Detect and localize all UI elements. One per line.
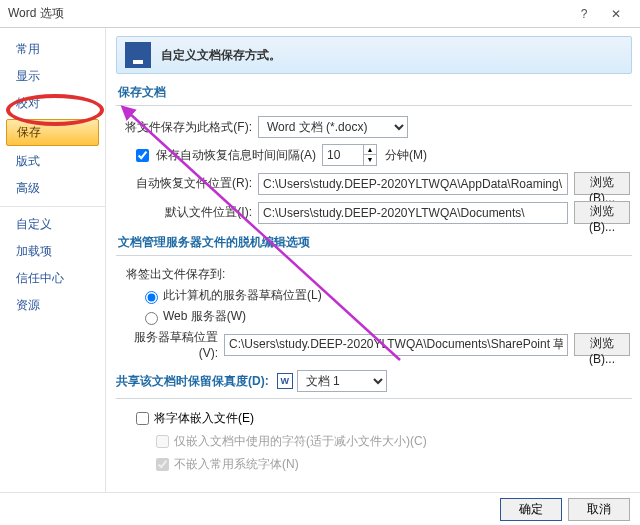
sidebar-item-save[interactable]: 保存 [6,119,99,146]
save-icon [125,42,151,68]
sidebar: 常用 显示 校对 保存 版式 高级 自定义 加载项 信任中心 资源 [0,28,106,492]
divider [116,105,632,106]
help-button[interactable]: ? [568,7,600,21]
sidebar-item-advanced[interactable]: 高级 [0,175,105,202]
spinner-up-icon[interactable]: ▲ [363,144,377,155]
draft-loc-input[interactable] [224,334,568,356]
sidebar-item-proofing[interactable]: 校对 [0,90,105,117]
autorecover-loc-input[interactable] [258,173,568,195]
section-offline: 文档管理服务器文件的脱机编辑选项 [118,234,632,251]
titlebar: Word 选项 ? ✕ [0,0,640,28]
autosave-label: 保存自动恢复信息时间间隔(A) [156,147,316,164]
close-button[interactable]: ✕ [600,7,632,21]
dialog-title: Word 选项 [8,5,568,22]
embed-fonts-checkbox[interactable]: 将字体嵌入文件(E) [132,409,632,428]
embed-sys-checkbox: 不嵌入常用系统字体(N) [152,455,632,474]
sidebar-item-addins[interactable]: 加载项 [0,238,105,265]
browse-draft-button[interactable]: 浏览(B)... [574,333,630,356]
autosave-interval-input[interactable] [322,144,364,166]
sidebar-item-customize[interactable]: 自定义 [0,211,105,238]
sidebar-item-trust[interactable]: 信任中心 [0,265,105,292]
default-loc-input[interactable] [258,202,568,224]
section-save-docs: 保存文档 [118,84,632,101]
browse-default-button[interactable]: 浏览(B)... [574,201,630,224]
radio-local-drafts[interactable]: 此计算机的服务器草稿位置(L) [140,287,632,304]
sidebar-separator [0,206,105,207]
cancel-button[interactable]: 取消 [568,498,630,521]
autosave-unit: 分钟(M) [385,147,427,164]
autorecover-loc-label: 自动恢复文件位置(R): [116,175,252,192]
format-select[interactable]: Word 文档 (*.docx) [258,116,408,138]
checkout-label: 将签出文件保存到: [126,266,632,283]
sidebar-item-general[interactable]: 常用 [0,36,105,63]
sidebar-item-display[interactable]: 显示 [0,63,105,90]
autosave-checkbox[interactable] [136,149,149,162]
default-loc-label: 默认文件位置(I): [116,204,252,221]
share-doc-select[interactable]: 文档 1 [297,370,387,392]
content-panel: 自定义文档保存方式。 保存文档 将文件保存为此格式(F): Word 文档 (*… [106,28,640,492]
ok-button[interactable]: 确定 [500,498,562,521]
sidebar-item-resources[interactable]: 资源 [0,292,105,319]
format-label: 将文件保存为此格式(F): [116,119,252,136]
draft-loc-label: 服务器草稿位置(V): [116,329,218,360]
browse-autorecover-button[interactable]: 浏览(B)... [574,172,630,195]
spinner-down-icon[interactable]: ▼ [363,155,377,166]
section-share: 共享该文档时保留保真度(D): [116,373,269,390]
divider [116,398,632,399]
panel-header: 自定义文档保存方式。 [116,36,632,74]
panel-header-text: 自定义文档保存方式。 [161,47,281,64]
dialog-footer: 确定 取消 [0,492,640,525]
sidebar-item-layout[interactable]: 版式 [0,148,105,175]
radio-web-server[interactable]: Web 服务器(W) [140,308,632,325]
embed-used-checkbox: 仅嵌入文档中使用的字符(适于减小文件大小)(C) [152,432,632,451]
document-icon: W [277,373,293,389]
divider [116,255,632,256]
